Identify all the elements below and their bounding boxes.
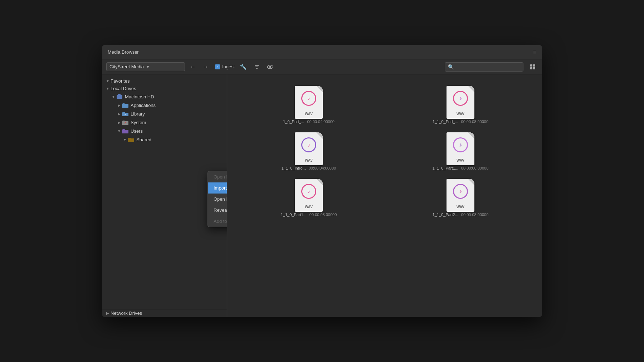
file-duration-6: 00:00:08:00000 bbox=[461, 212, 488, 217]
sidebar: Favorites Local Drives Macintosh HD bbox=[102, 74, 227, 317]
svg-text:♪: ♪ bbox=[307, 95, 310, 101]
music-note-2: ♪ bbox=[453, 91, 468, 106]
svg-rect-7 bbox=[530, 67, 532, 69]
svg-text:≡: ≡ bbox=[125, 113, 126, 116]
sidebar-item-system[interactable]: ✕ System bbox=[102, 118, 227, 127]
favorites-label: Favorites bbox=[111, 78, 130, 84]
context-menu-reveal-in-finder[interactable]: Reveal In Finder bbox=[208, 205, 227, 216]
sidebar-item-macintosh-hd[interactable]: Macintosh HD bbox=[102, 92, 227, 101]
corner-fold-5 bbox=[316, 179, 323, 185]
wav-label-6: WAV bbox=[457, 205, 464, 209]
wav-label-5: WAV bbox=[305, 205, 313, 209]
users-expand-icon bbox=[116, 129, 122, 133]
file-grid: ♪ WAV 1_0_End_... 00:00:04:00000 bbox=[227, 74, 542, 317]
wav-label-1: WAV bbox=[305, 112, 313, 116]
dropdown-arrow-icon: ▾ bbox=[147, 64, 182, 69]
file-name-4: 1_1_0_Part1... bbox=[433, 166, 458, 170]
window-title: Media Browser bbox=[108, 49, 139, 55]
corner-fold-2 bbox=[468, 86, 474, 92]
settings-button[interactable]: 🔧 bbox=[238, 62, 249, 72]
wav-label-3: WAV bbox=[305, 158, 313, 162]
users-folder-icon bbox=[122, 128, 128, 134]
svg-text:♪: ♪ bbox=[459, 95, 462, 101]
shared-folder-icon bbox=[128, 136, 134, 143]
sidebar-item-favorites[interactable]: Favorites bbox=[102, 77, 227, 85]
file-tile-6[interactable]: ♪ WAV 1_1_0_Part2... 00:00:08:00000 bbox=[385, 173, 536, 220]
view-toggle-button[interactable] bbox=[528, 63, 538, 71]
svg-rect-10 bbox=[118, 94, 121, 96]
main-content: Favorites Local Drives Macintosh HD bbox=[102, 74, 542, 317]
file-icon-6: ♪ WAV bbox=[447, 179, 474, 212]
search-icon: 🔍 bbox=[448, 64, 454, 70]
library-folder-icon: ≡ bbox=[122, 111, 128, 117]
macintosh-hd-expand-icon bbox=[111, 95, 116, 99]
svg-text:♪: ♪ bbox=[459, 142, 462, 148]
window-menu-icon[interactable]: ≡ bbox=[533, 49, 536, 55]
file-icon-5: ♪ WAV bbox=[295, 179, 323, 212]
preview-button[interactable] bbox=[265, 63, 275, 71]
corner-fold-3 bbox=[316, 132, 323, 139]
file-tile-5[interactable]: ♪ WAV 1_1_0_Part1... 00:00:08:00000 bbox=[233, 173, 385, 220]
location-dropdown[interactable]: CityStreet Media ▾ bbox=[106, 62, 185, 71]
ingest-group: Ingest bbox=[215, 64, 235, 69]
file-icon-4: ♪ WAV bbox=[447, 132, 474, 165]
wav-label-4: WAV bbox=[457, 158, 464, 162]
file-duration-5: 00:00:08:00000 bbox=[309, 212, 337, 217]
local-drives-label: Local Drives bbox=[111, 86, 136, 91]
system-folder-icon: ✕ bbox=[122, 119, 128, 126]
sidebar-item-users[interactable]: Users bbox=[102, 127, 227, 135]
music-note-3: ♪ bbox=[301, 137, 316, 152]
file-name-6: 1_1_0_Part2... bbox=[433, 212, 458, 217]
back-icon: ← bbox=[190, 64, 196, 70]
filter-button[interactable] bbox=[252, 63, 262, 71]
context-menu-open-project[interactable]: Open Project bbox=[208, 171, 227, 182]
file-tile-3[interactable]: ♪ WAV 1_1_0_Intro... 00:00:04:00000 bbox=[233, 127, 385, 173]
media-browser-window: Media Browser ≡ CityStreet Media ▾ ← → I… bbox=[102, 45, 542, 317]
applications-expand-icon bbox=[116, 103, 122, 107]
file-icon-1: ♪ WAV bbox=[295, 86, 323, 119]
sidebar-item-library[interactable]: ≡ Library bbox=[102, 109, 227, 118]
context-menu-open-source-monitor[interactable]: Open In Source Monitor bbox=[208, 194, 227, 205]
file-tile-1[interactable]: ♪ WAV 1_0_End_... 00:00:04:00000 bbox=[233, 80, 385, 127]
svg-text:♪: ♪ bbox=[307, 188, 310, 194]
file-name-2: 1_1_0_End_... bbox=[433, 119, 458, 124]
svg-text:♪: ♪ bbox=[307, 142, 310, 148]
file-icon-3: ♪ WAV bbox=[295, 132, 323, 165]
sidebar-item-applications[interactable]: Applications bbox=[102, 101, 227, 109]
context-menu-import[interactable]: Import bbox=[208, 182, 227, 194]
grid-view-icon bbox=[530, 64, 536, 70]
file-name-5: 1_1_0_Part1... bbox=[281, 212, 307, 217]
svg-rect-8 bbox=[533, 67, 535, 69]
file-tile-2[interactable]: ♪ WAV 1_1_0_End_... 00:00:08:00000 bbox=[385, 80, 536, 127]
corner-fold-4 bbox=[468, 132, 474, 139]
library-expand-icon bbox=[116, 112, 122, 116]
applications-label: Applications bbox=[131, 103, 156, 108]
file-duration-4: 00:00:06:00000 bbox=[461, 166, 488, 170]
network-drives-expand-icon bbox=[105, 311, 111, 315]
sidebar-item-local-drives[interactable]: Local Drives bbox=[102, 85, 227, 92]
file-caption-1: 1_0_End_... 00:00:04:00000 bbox=[283, 119, 335, 124]
file-caption-4: 1_1_0_Part1... 00:00:06:00000 bbox=[433, 166, 489, 170]
ingest-label: Ingest bbox=[222, 64, 235, 69]
wrench-icon: 🔧 bbox=[240, 63, 247, 70]
file-caption-3: 1_1_0_Intro... 00:00:04:00000 bbox=[282, 166, 336, 170]
hd-icon bbox=[116, 93, 123, 100]
back-button[interactable]: ← bbox=[188, 62, 198, 72]
forward-button[interactable]: → bbox=[201, 62, 211, 72]
file-caption-6: 1_1_0_Part2... 00:00:08:00000 bbox=[433, 212, 489, 217]
music-note-6: ♪ bbox=[453, 184, 468, 199]
forward-icon: → bbox=[203, 64, 209, 70]
file-name-1: 1_0_End_... bbox=[283, 119, 304, 124]
search-box[interactable]: 🔍 bbox=[445, 62, 523, 72]
eye-icon bbox=[267, 64, 273, 69]
file-tile-4[interactable]: ♪ WAV 1_1_0_Part1... 00:00:06:00000 bbox=[385, 127, 536, 173]
system-label: System bbox=[131, 120, 146, 125]
music-note-1: ♪ bbox=[301, 91, 316, 106]
sidebar-item-network-drives[interactable]: Network Drives bbox=[102, 309, 227, 317]
context-menu: Open Project Import Open In Source Monit… bbox=[208, 171, 227, 227]
file-caption-2: 1_1_0_End_... 00:00:08:00000 bbox=[433, 119, 488, 124]
sidebar-item-shared[interactable]: Shared bbox=[102, 135, 227, 144]
context-menu-add-to-favorites[interactable]: Add to Favorites bbox=[208, 216, 227, 227]
ingest-checkbox[interactable] bbox=[215, 64, 220, 69]
svg-text:♪: ♪ bbox=[459, 188, 462, 194]
